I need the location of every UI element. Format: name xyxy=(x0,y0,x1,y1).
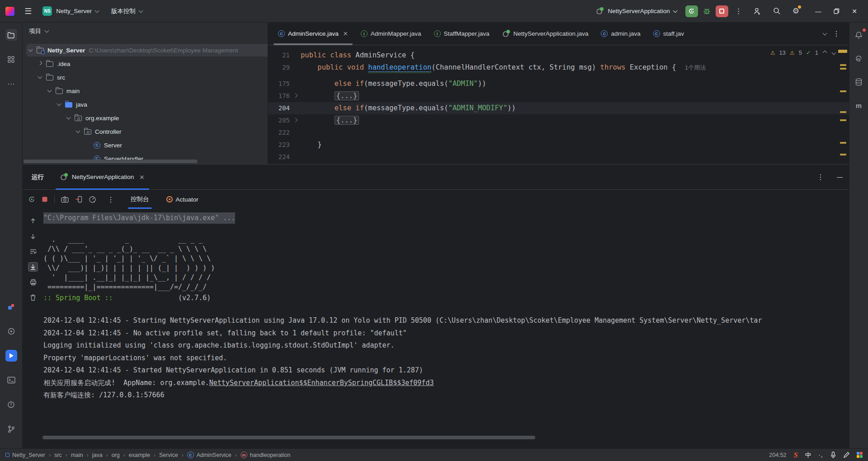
console-tab[interactable]: 控制台 xyxy=(125,190,155,209)
code-line[interactable]: 176 {...} xyxy=(268,90,849,102)
fold-chevron-icon[interactable] xyxy=(293,118,297,122)
line-number[interactable]: 176 xyxy=(268,90,290,102)
project-switcher[interactable]: Netty_Server xyxy=(56,8,99,14)
run-panel-minimize-icon[interactable]: — xyxy=(837,174,843,180)
code-line[interactable]: 223 } xyxy=(268,139,849,151)
breadcrumb-item[interactable]: org xyxy=(112,452,120,458)
ime-language-toggle[interactable]: 中 xyxy=(805,451,811,459)
code-line[interactable]: 29 public void handleoperation(ChannelHa… xyxy=(268,61,849,74)
line-number[interactable]: 204 xyxy=(268,102,290,114)
project-toolwindow-button[interactable] xyxy=(5,29,17,41)
editor-tab[interactable]: Cstaff.jav xyxy=(647,23,690,45)
git-toolwindow-button[interactable] xyxy=(5,423,17,435)
window-minimize-button[interactable]: — xyxy=(809,3,827,19)
run-configuration-selector[interactable]: NettyServerApplication xyxy=(596,7,676,15)
editor-tab[interactable]: IAdminMapper.java xyxy=(354,23,428,45)
fold-gutter[interactable] xyxy=(290,90,301,102)
window-restore-button[interactable] xyxy=(827,3,845,19)
breadcrumb-item[interactable]: java xyxy=(92,452,103,458)
more-toolwindows-icon[interactable]: ⋯ xyxy=(5,78,17,89)
breadcrumb-item[interactable]: main xyxy=(71,452,83,458)
breadcrumb-item[interactable]: Netty_Server xyxy=(5,452,45,458)
line-number[interactable]: 223 xyxy=(268,139,290,151)
console-link[interactable]: NettyServerApplication$$EnhancerBySpring… xyxy=(209,379,434,387)
project-horizontal-scrollbar[interactable] xyxy=(24,160,198,163)
main-menu-icon[interactable]: ☰ xyxy=(24,6,32,16)
rerun-console-button[interactable] xyxy=(28,196,35,203)
structure-toolwindow-button[interactable] xyxy=(5,53,17,65)
settings-button[interactable]: ⚙ xyxy=(793,6,799,16)
search-everywhere-button[interactable] xyxy=(773,7,781,15)
run-panel-options-icon[interactable]: ⋮ xyxy=(812,173,829,181)
breadcrumb-item[interactable]: src xyxy=(54,452,62,458)
breadcrumb-item[interactable]: example xyxy=(129,452,150,458)
database-button[interactable] xyxy=(853,76,865,88)
scroll-to-end-button[interactable] xyxy=(28,262,38,272)
breadcrumb-item[interactable]: CAdminService xyxy=(187,452,231,458)
code-line[interactable]: 222 xyxy=(268,127,849,139)
tree-item[interactable]: .idea xyxy=(23,57,268,71)
tree-item[interactable]: Controller xyxy=(23,125,268,138)
next-problem-icon[interactable] xyxy=(832,51,836,55)
rerun-button[interactable] xyxy=(685,5,698,17)
code-line[interactable]: 21public class AdminService { xyxy=(268,49,849,61)
debug-button[interactable] xyxy=(700,7,713,15)
editor-body[interactable]: 21public class AdminService {29 public v… xyxy=(268,45,849,164)
console-more-icon[interactable]: ⋮ xyxy=(103,195,119,204)
project-badge-icon[interactable]: NS xyxy=(42,6,52,16)
ime-pen-button[interactable] xyxy=(843,452,849,458)
line-number[interactable]: 222 xyxy=(268,127,290,139)
tree-item[interactable]: Netty_ServerC:\Users\zhan\Desktop\Scoket… xyxy=(23,43,268,57)
line-number[interactable]: 29 xyxy=(268,61,290,74)
ime-mic-button[interactable] xyxy=(830,452,836,459)
ime-toolbox-icon[interactable] xyxy=(857,452,863,458)
editor-tab[interactable]: CAdminService.java✕ xyxy=(272,23,354,45)
chevron-down-icon[interactable] xyxy=(38,75,42,79)
console-output[interactable]: "C:\Program Files\Java\jdk-17\bin\java.e… xyxy=(43,209,849,448)
chevron-right-icon[interactable] xyxy=(38,61,42,66)
plugin-toolwindow-button[interactable] xyxy=(5,301,17,313)
tree-item[interactable]: java xyxy=(23,98,268,111)
tree-item[interactable]: main xyxy=(23,84,268,98)
editor-tab[interactable]: IStaffMapper.java xyxy=(428,23,496,45)
prev-problem-icon[interactable] xyxy=(823,51,827,55)
scroll-to-top-button[interactable] xyxy=(28,216,38,226)
fold-chevron-icon[interactable] xyxy=(293,93,297,98)
clear-console-button[interactable] xyxy=(28,293,38,302)
chevron-down-icon[interactable] xyxy=(57,102,61,106)
breadcrumb-item[interactable]: mhandleoperation xyxy=(241,452,291,458)
scroll-to-bottom-button[interactable] xyxy=(28,231,38,241)
breadcrumb-item[interactable]: Service xyxy=(159,452,178,458)
tree-item[interactable]: src xyxy=(23,71,268,84)
line-number[interactable]: 224 xyxy=(268,151,290,163)
run-tab[interactable]: NettyServerApplication ✕ xyxy=(56,165,149,189)
code-line[interactable]: 175 else if(messageType.equals("ADMIN")) xyxy=(268,78,849,90)
inspections-widget[interactable]: ⚠ 13 ⚠ 5 ✓ 1 xyxy=(768,48,839,57)
stop-console-button[interactable] xyxy=(42,196,48,202)
services-toolwindow-button[interactable] xyxy=(5,325,17,337)
maven-button[interactable]: m xyxy=(853,99,865,111)
close-icon[interactable]: ✕ xyxy=(139,174,144,181)
terminal-toolwindow-button[interactable] xyxy=(5,374,17,386)
stop-button[interactable] xyxy=(716,5,728,17)
line-number[interactable]: 175 xyxy=(268,78,290,90)
line-number[interactable]: 205 xyxy=(268,114,290,127)
tree-item[interactable]: org.example xyxy=(23,111,268,125)
actuator-tab[interactable]: Actuator xyxy=(161,190,204,209)
vcs-menu[interactable]: 版本控制 xyxy=(111,7,142,15)
window-close-button[interactable]: ✕ xyxy=(845,3,863,19)
chevron-down-icon[interactable] xyxy=(66,115,71,120)
code-line[interactable]: 205 {...} xyxy=(268,114,849,127)
sogou-ime-icon[interactable]: S xyxy=(794,451,798,460)
gauge-button[interactable] xyxy=(89,196,96,203)
tabs-dropdown-icon[interactable] xyxy=(823,31,827,35)
tabs-more-icon[interactable]: ⋮ xyxy=(828,29,844,38)
run-toolwindow-button[interactable] xyxy=(5,350,17,362)
attach-debugger-button[interactable] xyxy=(75,196,82,203)
ai-assistant-button[interactable] xyxy=(853,52,865,64)
problems-toolwindow-button[interactable] xyxy=(5,399,17,410)
chevron-down-icon[interactable] xyxy=(76,129,80,133)
project-panel-header[interactable]: 项目 xyxy=(23,23,268,40)
tree-item[interactable]: CServer xyxy=(23,138,268,152)
notifications-button[interactable] xyxy=(853,29,865,41)
